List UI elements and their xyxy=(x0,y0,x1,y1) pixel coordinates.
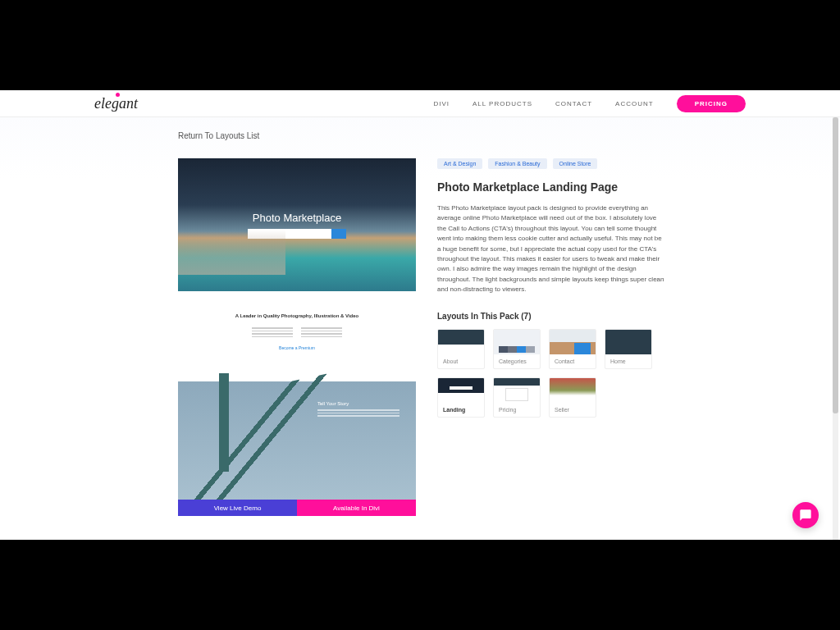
layouts-heading: Layouts In This Pack (7) xyxy=(437,312,667,321)
layout-label: Landing xyxy=(438,403,484,417)
layout-thumb xyxy=(438,330,484,354)
available-in-divi-button[interactable]: Available In Divi xyxy=(297,500,416,516)
pricing-button[interactable]: PRICING xyxy=(677,95,746,112)
nav-link-divi[interactable]: DIVI xyxy=(433,100,450,107)
chat-icon xyxy=(799,509,812,522)
layout-card-contact[interactable]: Contact xyxy=(549,329,596,369)
layout-thumb xyxy=(494,378,540,403)
top-nav: elegant DIVI ALL PRODUCTS CONTACT ACCOUN… xyxy=(0,90,840,117)
layout-thumb xyxy=(550,378,596,403)
tag-online-store[interactable]: Online Store xyxy=(553,158,598,169)
layout-label: About xyxy=(438,354,484,368)
nav-link-contact[interactable]: CONTACT xyxy=(555,100,592,107)
tag-list: Art & Design Fashion & Beauty Online Sto… xyxy=(437,158,667,169)
preview-hero-title: Photo Marketplace xyxy=(253,212,341,224)
layout-label: Home xyxy=(605,354,651,368)
layout-thumb xyxy=(605,330,651,354)
layout-preview: Photo Marketplace A Leader in Quality Ph… xyxy=(178,158,416,500)
layout-label: Categories xyxy=(494,354,540,368)
nav-link-all-products[interactable]: ALL PRODUCTS xyxy=(472,100,532,107)
layout-card-landing[interactable]: Landing xyxy=(437,377,485,418)
viewport: elegant DIVI ALL PRODUCTS CONTACT ACCOUN… xyxy=(0,90,840,540)
view-live-demo-button[interactable]: View Live Demo xyxy=(178,500,297,516)
layout-description: This Photo Marketplace layout pack is de… xyxy=(437,203,667,295)
letterbox-top xyxy=(0,0,840,90)
preview-action-bar: View Live Demo Available In Divi xyxy=(178,500,416,516)
preview-hero-search xyxy=(248,229,346,239)
scrollbar[interactable] xyxy=(833,117,838,540)
layout-thumb xyxy=(550,330,596,354)
nav-links: DIVI ALL PRODUCTS CONTACT ACCOUNT PRICIN… xyxy=(433,95,746,112)
layout-card-about[interactable]: About xyxy=(437,329,485,369)
tag-fashion-beauty[interactable]: Fashion & Beauty xyxy=(488,158,546,169)
letterbox-bottom xyxy=(0,540,840,630)
preview-section-bridge: Tell Your Story xyxy=(178,381,416,500)
scrollbar-thumb[interactable] xyxy=(833,117,838,413)
layout-card-home[interactable]: Home xyxy=(605,329,652,369)
layout-label: Pricing xyxy=(494,403,540,417)
page-title: Photo Marketplace Landing Page xyxy=(437,180,667,194)
layout-card-categories[interactable]: Categories xyxy=(493,329,541,369)
return-to-layouts-link[interactable]: Return To Layouts List xyxy=(178,131,259,140)
preview-section-leader: A Leader in Quality Photography, Illustr… xyxy=(178,291,416,381)
layout-thumb xyxy=(494,330,540,354)
nav-link-account[interactable]: ACCOUNT xyxy=(615,100,654,107)
layout-grid: AboutCategoriesContactHomeLandingPricing… xyxy=(437,329,667,418)
tag-art-design[interactable]: Art & Design xyxy=(437,158,482,169)
preview-hero: Photo Marketplace xyxy=(178,158,416,291)
main-content: Photo Marketplace A Leader in Quality Ph… xyxy=(0,117,840,516)
layout-label: Seller xyxy=(550,403,596,417)
layout-card-pricing[interactable]: Pricing xyxy=(493,377,541,418)
layout-card-seller[interactable]: Seller xyxy=(549,377,596,418)
preview-column: Photo Marketplace A Leader in Quality Ph… xyxy=(178,132,416,516)
logo[interactable]: elegant xyxy=(94,95,138,112)
layout-label: Contact xyxy=(550,354,596,368)
layout-thumb xyxy=(438,378,484,403)
chat-button[interactable] xyxy=(792,502,819,528)
preview-section-title: A Leader in Quality Photography, Illustr… xyxy=(235,313,359,319)
info-column: Art & Design Fashion & Beauty Online Sto… xyxy=(437,158,667,516)
preview-section-link: Become a Premium xyxy=(279,345,315,350)
